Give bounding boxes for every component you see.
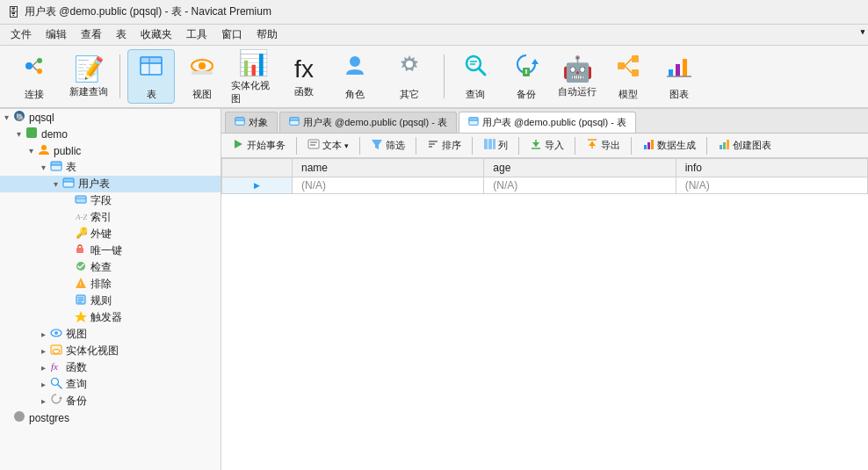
action-label-filter: 筛选 <box>386 139 405 152</box>
tab-icon-usertable1 <box>289 116 300 129</box>
toolbar-btn-auto-run[interactable]: 🤖自动运行 <box>553 49 601 104</box>
sidebar-label-rules: 规则 <box>90 293 112 308</box>
sidebar-label-queries: 查询 <box>66 377 87 392</box>
svg-rect-91 <box>720 145 722 149</box>
action-btn-begin-tx[interactable]: 开始事务 <box>227 136 291 155</box>
toolbar-btn-table[interactable]: 表 <box>127 49 175 104</box>
sidebar-item-pqsql[interactable]: ▾🐘pqsql <box>0 109 221 126</box>
action-btn-gen-data[interactable]: 数据生成 <box>637 136 701 155</box>
action-btn-filter[interactable]: 筛选 <box>365 136 410 155</box>
action-btn-columns[interactable]: 列 <box>478 136 513 155</box>
tree-arrow-demo: ▾ <box>12 129 25 139</box>
materialized-view-icon: 📊 <box>238 48 269 77</box>
action-btn-text[interactable]: 文本▾ <box>302 136 354 155</box>
toolbar-separator <box>119 54 120 98</box>
sidebar-item-exclude[interactable]: !排除 <box>0 276 221 293</box>
toolbar-btn-label-query: 查询 <box>466 88 485 101</box>
table-cell-name[interactable]: (N/A) <box>293 177 484 194</box>
sidebar-item-functions[interactable]: ▸fx函数 <box>0 359 221 376</box>
toolbar-btn-role[interactable]: 角色 <box>331 49 379 104</box>
action-icon-text <box>307 138 320 153</box>
sidebar-item-fkeys[interactable]: 🔑外键 <box>0 226 221 242</box>
svg-line-15 <box>479 69 485 75</box>
sidebar-item-usertable[interactable]: ▾用户表 <box>0 176 221 192</box>
sidebar-item-postgres[interactable]: postgres <box>0 409 221 426</box>
main-area: ▾🐘pqsql▾demo▾public▾表▾用户表字段A-Z索引🔑外键唯一键检查… <box>0 109 868 470</box>
mat-views-icon <box>49 343 63 358</box>
unique-icon <box>74 243 88 258</box>
fkeys-icon: 🔑 <box>74 227 88 242</box>
table-row[interactable]: ▶(N/A)(N/A)(N/A) <box>222 177 868 194</box>
svg-rect-79 <box>484 139 488 149</box>
toolbar-btn-query[interactable]: 查询 <box>452 49 499 104</box>
action-separator-4 <box>518 137 519 155</box>
svg-rect-21 <box>618 62 625 69</box>
functions-icon: fx <box>49 360 63 375</box>
tab-usertable1[interactable]: 用户表 @demo.public (pqsql) - 表 <box>279 112 457 133</box>
sidebar-item-demo[interactable]: ▾demo <box>0 126 221 142</box>
svg-rect-26 <box>669 69 673 76</box>
svg-line-3 <box>33 61 37 66</box>
menu-item-帮助[interactable]: 帮助 <box>250 25 285 44</box>
toolbar-btn-model[interactable]: 模型 <box>604 49 652 104</box>
menu-item-表[interactable]: 表 <box>109 25 134 44</box>
action-btn-import[interactable]: 导入 <box>524 136 569 155</box>
sidebar-item-queries[interactable]: ▸查询 <box>0 376 221 393</box>
tab-label-usertable1: 用户表 @demo.public (pqsql) - 表 <box>303 116 447 129</box>
sidebar-label-public: public <box>54 145 81 157</box>
action-icon-create-chart <box>718 138 730 153</box>
svg-rect-23 <box>632 69 639 76</box>
menu-item-编辑[interactable]: 编辑 <box>39 25 74 44</box>
svg-line-24 <box>625 59 632 66</box>
sidebar-item-mat-views[interactable]: ▸实体化视图 <box>0 343 221 359</box>
sidebar-item-indexes[interactable]: A-Z索引 <box>0 209 221 226</box>
sidebar-label-tables: 表 <box>66 160 76 175</box>
sidebar-item-triggers[interactable]: 触发器 <box>0 309 221 326</box>
sidebar-item-views[interactable]: ▸视图 <box>0 326 221 343</box>
action-btn-export[interactable]: 导出 <box>581 136 626 155</box>
table-header-row: nameageinfo <box>222 159 868 177</box>
usertable-icon <box>61 177 76 192</box>
toolbar-btn-label-backup: 备份 <box>517 88 536 101</box>
toolbar-btn-new-query[interactable]: 📝新建查询 <box>65 49 112 104</box>
toolbar-btn-view[interactable]: 视图 <box>178 49 226 104</box>
toolbar-btn-chart[interactable]: 图表 <box>655 49 703 104</box>
sidebar-item-backups[interactable]: ▸备份 <box>0 393 221 409</box>
menu-item-收藏夹[interactable]: 收藏夹 <box>134 25 179 44</box>
demo-icon <box>25 127 39 141</box>
action-icon-filter <box>371 138 383 153</box>
toolbar-btn-backup[interactable]: 备份 <box>503 49 550 104</box>
sidebar-item-tables[interactable]: ▾表 <box>0 159 221 176</box>
tree-arrow-mat-views: ▸ <box>37 346 49 356</box>
svg-marker-18 <box>532 59 539 64</box>
tab-object[interactable]: 对象 <box>225 112 278 133</box>
table-cell-age[interactable]: (N/A) <box>484 177 676 194</box>
sidebar-item-check[interactable]: 检查 <box>0 259 221 276</box>
content-area: 对象用户表 @demo.public (pqsql) - 表用户表 @demo.… <box>221 109 868 470</box>
sidebar-item-rules[interactable]: 规则 <box>0 293 221 309</box>
menu-item-文件[interactable]: 文件 <box>4 25 39 44</box>
action-btn-create-chart[interactable]: 创建图表 <box>712 136 777 155</box>
svg-marker-60 <box>59 396 62 399</box>
check-icon <box>74 260 88 275</box>
sidebar-label-triggers: 触发器 <box>90 310 122 325</box>
tab-bar: 对象用户表 @demo.public (pqsql) - 表用户表 @demo.… <box>221 109 868 134</box>
menu-item-工具[interactable]: 工具 <box>179 25 214 44</box>
action-btn-sort[interactable]: 排序 <box>422 136 467 155</box>
svg-point-54 <box>54 331 58 335</box>
table-cell-info[interactable]: (N/A) <box>676 177 867 194</box>
menu-item-窗口[interactable]: 窗口 <box>214 25 250 44</box>
toolbar-btn-function[interactable]: fx函数 <box>280 49 328 104</box>
sidebar-item-public[interactable]: ▾public <box>0 142 221 159</box>
sidebar-item-unique[interactable]: 唯一键 <box>0 242 221 259</box>
toolbar-btn-connect[interactable]: 连接▼ <box>7 49 61 104</box>
tree-arrow-usertable: ▾ <box>49 179 61 189</box>
tab-usertable2[interactable]: 用户表 @demo.public (pqsql) - 表 <box>459 112 636 133</box>
svg-rect-66 <box>290 118 299 120</box>
tree-arrow-backups: ▸ <box>37 396 49 406</box>
svg-rect-8 <box>141 57 162 63</box>
menu-item-查看[interactable]: 查看 <box>74 25 109 44</box>
toolbar-btn-other[interactable]: 其它▼ <box>382 49 437 104</box>
toolbar-btn-materialized-view[interactable]: 📊实体化视图 <box>229 49 277 104</box>
sidebar-item-fields[interactable]: 字段 <box>0 192 221 209</box>
